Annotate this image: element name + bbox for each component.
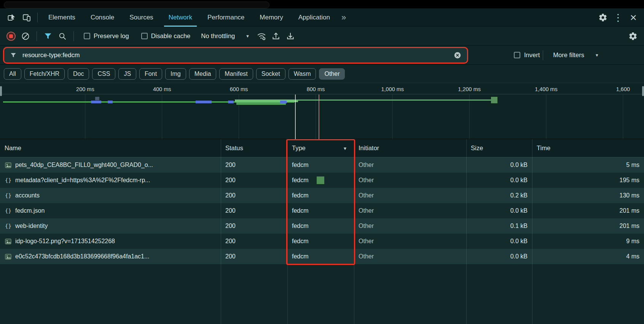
window-top-rounded-shape bbox=[4, 2, 269, 8]
disable-cache-toggle[interactable]: Disable cache bbox=[141, 32, 191, 40]
network-filter-box-highlighted[interactable] bbox=[3, 47, 468, 64]
type-green-swatch bbox=[317, 176, 324, 184]
braces-json-icon: {} bbox=[5, 177, 12, 184]
filter-funnel-small-icon bbox=[10, 51, 17, 59]
request-status: 200 bbox=[221, 234, 287, 249]
request-size: 0.0 kB bbox=[466, 157, 532, 173]
request-time: 201 ms bbox=[532, 218, 644, 234]
column-header-initiator[interactable]: Initiator bbox=[354, 139, 466, 157]
request-size: 0.1 kB bbox=[466, 218, 532, 234]
table-rows: pets_40dp_CEA8BC_FILL0_wght400_GRAD0_o..… bbox=[0, 157, 644, 264]
column-header-label: Type bbox=[292, 144, 306, 152]
more-panels-chevron-icon[interactable]: » bbox=[338, 13, 351, 22]
chip-font[interactable]: Font bbox=[139, 68, 162, 80]
column-header-label: Status bbox=[225, 144, 243, 152]
timeline-tick-label: 1,200 ms bbox=[458, 86, 481, 92]
request-name: pets_40dp_CEA8BC_FILL0_wght400_GRAD0_o..… bbox=[15, 162, 153, 168]
network-filter-input[interactable] bbox=[22, 51, 449, 59]
clear-filter-icon[interactable] bbox=[453, 51, 462, 59]
invert-filter-toggle[interactable]: Invert bbox=[514, 51, 540, 59]
device-toolbar-icon[interactable] bbox=[19, 10, 34, 25]
tab-application[interactable]: Application bbox=[291, 8, 338, 27]
request-row-web-identity[interactable]: {}web-identity200fedcmOther0.1 kB201 ms bbox=[0, 218, 644, 234]
import-har-icon[interactable] bbox=[269, 30, 282, 43]
separator bbox=[73, 31, 74, 41]
request-time: 130 ms bbox=[532, 188, 644, 203]
column-header-label: Size bbox=[471, 144, 483, 152]
close-devtools-icon[interactable]: × bbox=[626, 10, 641, 25]
request-type-text: fedcm bbox=[292, 253, 309, 260]
request-row-pets-40dp-cea8bc-fill0-w[interactable]: pets_40dp_CEA8BC_FILL0_wght400_GRAD0_o..… bbox=[0, 157, 644, 173]
export-har-icon[interactable] bbox=[284, 30, 297, 43]
filter-funnel-icon[interactable] bbox=[41, 30, 54, 43]
request-type-text: fedcm bbox=[292, 238, 309, 245]
tab-sources[interactable]: Sources bbox=[122, 8, 161, 27]
column-header-size[interactable]: Size bbox=[466, 139, 532, 157]
chip-fetch-xhr[interactable]: Fetch/XHR bbox=[24, 68, 65, 80]
invert-checkbox[interactable] bbox=[514, 52, 520, 58]
overview-right-handle[interactable] bbox=[642, 86, 644, 96]
chip-img[interactable]: Img bbox=[165, 68, 186, 80]
chip-js[interactable]: JS bbox=[118, 68, 136, 80]
request-row-fedcm-json[interactable]: {}fedcm.json200fedcmOther0.0 kB201 ms bbox=[0, 203, 644, 218]
request-status: 200 bbox=[221, 188, 287, 203]
request-size: 0.0 kB bbox=[466, 203, 532, 218]
tab-memory[interactable]: Memory bbox=[252, 8, 290, 27]
inspect-element-icon[interactable] bbox=[4, 10, 19, 25]
tab-console[interactable]: Console bbox=[83, 8, 122, 27]
throttling-dropdown[interactable]: No throttling ▾ bbox=[201, 32, 249, 40]
kebab-menu-icon[interactable]: ⋮ bbox=[611, 10, 626, 25]
request-name-cell: e0c52c473bfcdb168d3b183699668f96a4fa1ac1… bbox=[0, 249, 221, 264]
network-conditions-icon[interactable] bbox=[255, 30, 268, 43]
request-row-e0c52c473bfcdb168d3b1836[interactable]: e0c52c473bfcdb168d3b183699668f96a4fa1ac1… bbox=[0, 249, 644, 264]
request-name-cell: {}web-identity bbox=[0, 218, 221, 234]
settings-gear-icon[interactable] bbox=[595, 10, 611, 25]
column-header-type[interactable]: Type▾ bbox=[287, 139, 354, 157]
request-type-text: fedcm bbox=[292, 177, 309, 184]
tab-network[interactable]: Network bbox=[161, 8, 200, 27]
network-settings-gear-icon[interactable] bbox=[626, 30, 639, 43]
column-header-status[interactable]: Status bbox=[221, 139, 287, 157]
panel-tabs: ElementsConsoleSourcesNetworkPerformance… bbox=[41, 8, 338, 27]
resource-type-filter-chips: AllFetch/XHRDocCSSJSFontImgMediaManifest… bbox=[0, 65, 644, 83]
more-filters-dropdown[interactable]: More filters ▾ bbox=[553, 51, 598, 59]
request-size: 0.2 kB bbox=[466, 188, 532, 203]
request-type: fedcm bbox=[287, 218, 354, 234]
invert-label: Invert bbox=[524, 51, 540, 59]
chip-css[interactable]: CSS bbox=[92, 68, 115, 80]
timeline-tick-label: 400 ms bbox=[153, 86, 171, 92]
tab-elements[interactable]: Elements bbox=[41, 8, 83, 27]
search-icon[interactable] bbox=[56, 30, 69, 43]
request-name: web-identity bbox=[15, 223, 48, 229]
chip-all[interactable]: All bbox=[4, 68, 21, 80]
request-status: 200 bbox=[221, 157, 287, 173]
chip-wasm[interactable]: Wasm bbox=[289, 68, 316, 80]
column-header-name[interactable]: Name bbox=[0, 139, 221, 157]
request-row-idp-logo-512-png-v-17135[interactable]: idp-logo-512.png?v=1713514252268200fedcm… bbox=[0, 234, 644, 249]
request-type-text: fedcm bbox=[292, 162, 309, 168]
record-icon[interactable] bbox=[5, 30, 18, 43]
request-type: fedcm bbox=[287, 234, 354, 249]
request-row-accounts[interactable]: {}accounts200fedcmOther0.2 kB130 ms bbox=[0, 188, 644, 203]
request-row-metadata-client-id-https[interactable]: {}metadata?client_id=https%3A%2F%2Ffedcm… bbox=[0, 173, 644, 188]
braces-json-icon: {} bbox=[5, 207, 12, 215]
network-overview-timeline[interactable]: 200 ms400 ms600 ms800 ms1,000 ms1,200 ms… bbox=[0, 83, 644, 139]
separator bbox=[37, 13, 38, 22]
tab-performance[interactable]: Performance bbox=[200, 8, 252, 27]
request-type: fedcm bbox=[287, 188, 354, 203]
disable-cache-checkbox[interactable] bbox=[141, 33, 148, 39]
clear-network-log-icon[interactable] bbox=[19, 30, 32, 43]
chip-socket[interactable]: Socket bbox=[256, 68, 285, 80]
preserve-log-toggle[interactable]: Preserve log bbox=[84, 32, 129, 40]
request-time: 201 ms bbox=[532, 203, 644, 218]
sort-descending-icon: ▾ bbox=[344, 145, 349, 151]
chip-doc[interactable]: Doc bbox=[68, 68, 89, 80]
chip-media[interactable]: Media bbox=[189, 68, 217, 80]
column-header-time[interactable]: Time bbox=[532, 139, 644, 157]
disable-cache-label: Disable cache bbox=[151, 32, 191, 40]
preserve-log-checkbox[interactable] bbox=[84, 33, 90, 39]
chip-other[interactable]: Other bbox=[319, 68, 345, 80]
preserve-log-label: Preserve log bbox=[94, 32, 129, 40]
chip-manifest[interactable]: Manifest bbox=[219, 68, 253, 80]
overview-left-handle[interactable] bbox=[0, 86, 2, 96]
